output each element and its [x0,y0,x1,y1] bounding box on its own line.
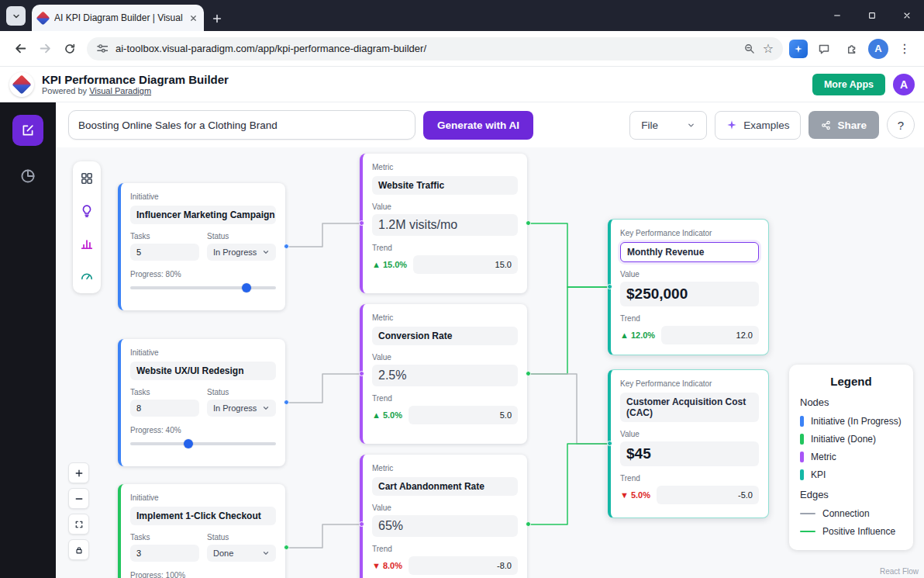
connection-handle[interactable] [284,400,289,405]
tasks-input[interactable]: 8 [130,400,199,417]
connection-handle[interactable] [526,220,531,226]
site-info-icon[interactable] [96,43,108,54]
forward-button[interactable] [33,36,57,61]
metric-node[interactable]: Metric Website Traffic Value 1.2M visits… [360,154,527,293]
slider-thumb[interactable] [242,283,251,292]
metric-value-input[interactable]: 2.5% [372,365,518,386]
kpi-title-input-focused[interactable]: Monthly Revenue [620,242,759,262]
edge-connection[interactable] [285,524,360,548]
legend-item-label: Connection [822,508,870,519]
close-button[interactable] [889,0,924,31]
slider-thumb[interactable] [184,439,193,448]
connection-handle[interactable] [607,284,612,289]
edge-positive-influence[interactable] [527,444,608,524]
pie-chart-icon [19,168,36,185]
initiative-title-input[interactable]: Implement 1-Click Checkout [130,507,276,525]
address-bar[interactable]: ai-toolbox.visual-paradigm.com/app/kpi-p… [87,37,783,61]
app-sidebar [0,102,56,578]
trend-value-input[interactable]: 5.0 [409,406,518,424]
help-button[interactable]: ? [887,111,915,139]
layout-grid-icon[interactable] [76,168,98,189]
url-text[interactable]: ai-toolbox.visual-paradigm.com/app/kpi-p… [116,43,736,54]
initiative-title-input[interactable]: Website UX/UI Redesign [130,362,276,380]
examples-button[interactable]: Examples [715,111,801,140]
reload-button[interactable] [57,36,82,61]
progress-slider[interactable] [130,439,276,448]
connection-handle[interactable] [284,244,289,249]
browser-menu-icon[interactable]: ⋮ [893,37,916,61]
tab-close-icon[interactable] [189,14,198,22]
back-button[interactable] [8,36,33,61]
initiative-node[interactable]: Initiative Implement 1-Click Checkout Ta… [118,484,285,578]
kpi-node[interactable]: Key Performance Indicator Customer Acqui… [608,369,769,518]
maximize-button[interactable] [854,0,889,31]
visual-paradigm-link[interactable]: Visual Paradigm [89,86,151,95]
connection-handle[interactable] [607,441,612,446]
status-select[interactable]: Done [207,545,276,562]
share-button[interactable]: Share [808,111,879,139]
status-select[interactable]: In Progress [207,244,276,261]
edge-connection[interactable] [285,223,360,247]
connection-handle[interactable] [359,371,364,376]
connection-handle[interactable] [526,371,531,376]
lock-button[interactable] [68,539,89,560]
connection-handle[interactable] [526,521,531,527]
sidebar-item-editor[interactable] [12,115,43,146]
diagram-canvas[interactable]: Initiative Influencer Marketing Campaign… [56,147,924,578]
zoom-icon[interactable] [743,43,755,54]
edge-connection[interactable] [527,374,608,444]
user-avatar[interactable]: A [893,74,915,95]
minimize-button[interactable] [819,0,854,31]
zoom-in-button[interactable] [68,462,89,483]
kpi-title-input[interactable]: Customer Acquisition Cost (CAC) [620,393,759,422]
metric-node[interactable]: Metric Conversion Rate Value 2.5% Trend … [360,304,527,444]
zoom-out-button[interactable] [68,488,89,509]
status-select[interactable]: In Progress [207,400,276,417]
chat-icon[interactable] [812,37,836,61]
kpi-node[interactable]: Key Performance Indicator Monthly Revenu… [608,219,769,355]
trend-value-input[interactable]: -8.0 [409,556,518,575]
trend-value-input[interactable]: -5.0 [657,486,759,504]
connection-handle[interactable] [359,521,364,527]
maximize-icon [867,11,877,20]
prompt-input[interactable] [68,110,415,140]
trend-value-input[interactable]: 15.0 [413,255,518,274]
initiative-node[interactable]: Initiative Influencer Marketing Campaign… [118,183,285,310]
more-apps-button[interactable]: More Apps [812,74,885,95]
legend-edges-label: Edges [800,489,902,500]
gauge-icon[interactable] [76,265,98,287]
metric-title-input[interactable]: Conversion Rate [372,327,518,345]
bookmark-star-icon[interactable]: ☆ [763,43,774,55]
edge-color-chip [800,513,815,514]
extension-icon[interactable] [789,40,808,58]
lightbulb-icon[interactable] [76,200,98,222]
metric-value-input[interactable]: 65% [372,515,518,537]
metric-title-input[interactable]: Cart Abandonment Rate [372,477,518,496]
connection-handle[interactable] [284,545,289,550]
kpi-value-input[interactable]: $250,000 [620,282,759,306]
edge-positive-influence[interactable] [527,223,608,287]
progress-slider[interactable] [130,283,276,292]
browser-tab[interactable]: AI KPI Diagram Builder | Visuali [32,5,204,31]
metric-node[interactable]: Metric Cart Abandonment Rate Value 65% T… [360,455,527,578]
edge-positive-influence[interactable] [527,287,608,374]
sidebar-item-charts[interactable] [19,168,36,185]
initiative-node[interactable]: Initiative Website UX/UI Redesign Tasks … [118,339,285,466]
file-menu-button[interactable]: File [629,111,707,140]
metric-value-input[interactable]: 1.2M visits/mo [372,214,518,236]
edge-connection[interactable] [285,374,360,403]
kpi-value-input[interactable]: $45 [620,441,759,466]
initiative-title-input[interactable]: Influencer Marketing Campaign [130,206,276,224]
fit-view-button[interactable] [68,514,89,535]
extensions-puzzle-icon[interactable] [840,37,864,61]
trend-value-input[interactable]: 12.0 [661,326,759,344]
connection-handle[interactable] [359,220,364,226]
tasks-input[interactable]: 5 [130,244,199,261]
tab-search-button[interactable] [6,6,26,26]
browser-profile-avatar[interactable]: A [868,39,888,59]
generate-with-ai-button[interactable]: Generate with AI [423,111,533,140]
tasks-input[interactable]: 3 [130,545,199,562]
new-tab-button[interactable] [212,13,222,24]
metric-title-input[interactable]: Website Traffic [372,176,518,195]
bar-chart-icon[interactable] [76,233,98,254]
